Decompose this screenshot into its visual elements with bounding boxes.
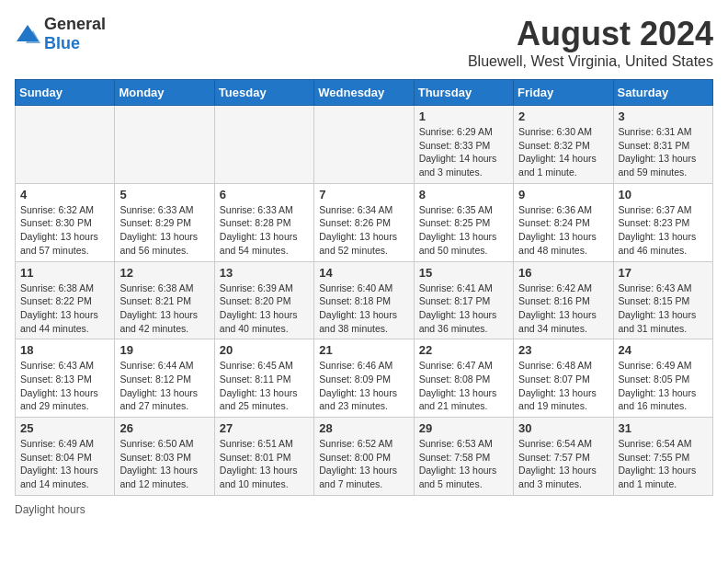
day-info: Sunrise: 6:54 AM Sunset: 7:57 PM Dayligh… [518,437,608,491]
day-number: 22 [419,343,508,357]
logo-blue: Blue [44,34,80,52]
day-number: 27 [220,421,309,435]
subtitle: Bluewell, West Virginia, United States [468,53,713,70]
header-day: Saturday [613,80,712,106]
calendar-cell: 11Sunrise: 6:38 AM Sunset: 8:22 PM Dayli… [16,261,115,339]
calendar-cell: 10Sunrise: 6:37 AM Sunset: 8:23 PM Dayli… [613,183,712,261]
header-day: Tuesday [214,80,313,106]
day-info: Sunrise: 6:53 AM Sunset: 7:58 PM Dayligh… [419,437,508,491]
calendar-cell: 3Sunrise: 6:31 AM Sunset: 8:31 PM Daylig… [613,106,712,184]
day-number: 6 [220,188,309,201]
logo: General Blue [15,15,106,53]
day-info: Sunrise: 6:35 AM Sunset: 8:25 PM Dayligh… [419,203,508,258]
day-info: Sunrise: 6:33 AM Sunset: 8:29 PM Dayligh… [119,203,209,258]
day-info: Sunrise: 6:40 AM Sunset: 8:18 PM Dayligh… [319,282,408,336]
calendar-cell [115,106,214,184]
day-info: Sunrise: 6:34 AM Sunset: 8:26 PM Dayligh… [319,203,408,258]
day-info: Sunrise: 6:37 AM Sunset: 8:23 PM Dayligh… [619,203,708,258]
day-info: Sunrise: 6:51 AM Sunset: 8:01 PM Dayligh… [220,437,309,491]
calendar-cell: 31Sunrise: 6:54 AM Sunset: 7:55 PM Dayli… [613,418,712,496]
calendar-cell [16,106,115,184]
day-info: Sunrise: 6:38 AM Sunset: 8:21 PM Dayligh… [119,282,209,336]
day-number: 13 [220,266,309,280]
logo-general: General [44,15,106,33]
header-row: SundayMondayTuesdayWednesdayThursdayFrid… [16,80,713,106]
calendar-cell: 9Sunrise: 6:36 AM Sunset: 8:24 PM Daylig… [514,183,613,261]
day-number: 31 [619,421,708,435]
header-day: Wednesday [314,80,414,106]
calendar-header: SundayMondayTuesdayWednesdayThursdayFrid… [16,80,713,106]
header-day: Sunday [16,80,115,106]
day-info: Sunrise: 6:42 AM Sunset: 8:16 PM Dayligh… [518,282,608,336]
footer-note: Daylight hours [15,503,713,516]
calendar-cell: 19Sunrise: 6:44 AM Sunset: 8:12 PM Dayli… [115,339,214,418]
calendar-cell: 28Sunrise: 6:52 AM Sunset: 8:00 PM Dayli… [314,418,414,496]
calendar-cell: 21Sunrise: 6:46 AM Sunset: 8:09 PM Dayli… [314,339,414,418]
day-number: 7 [319,188,408,201]
calendar-cell: 24Sunrise: 6:49 AM Sunset: 8:05 PM Dayli… [613,339,712,418]
title-area: August 2024 Bluewell, West Virginia, Uni… [468,15,713,70]
calendar-week-row: 4Sunrise: 6:32 AM Sunset: 8:30 PM Daylig… [16,183,713,261]
main-title: August 2024 [468,15,713,53]
calendar-cell: 15Sunrise: 6:41 AM Sunset: 8:17 PM Dayli… [414,261,513,339]
calendar-cell: 25Sunrise: 6:49 AM Sunset: 8:04 PM Dayli… [16,418,115,496]
day-info: Sunrise: 6:41 AM Sunset: 8:17 PM Dayligh… [419,282,508,336]
day-info: Sunrise: 6:46 AM Sunset: 8:09 PM Dayligh… [319,359,408,413]
calendar-cell: 2Sunrise: 6:30 AM Sunset: 8:32 PM Daylig… [514,106,613,184]
day-number: 23 [518,343,608,357]
calendar-cell: 14Sunrise: 6:40 AM Sunset: 8:18 PM Dayli… [314,261,414,339]
day-number: 8 [419,188,508,201]
calendar-week-row: 1Sunrise: 6:29 AM Sunset: 8:33 PM Daylig… [16,106,713,184]
calendar-week-row: 11Sunrise: 6:38 AM Sunset: 8:22 PM Dayli… [16,261,713,339]
day-info: Sunrise: 6:52 AM Sunset: 8:00 PM Dayligh… [319,437,408,491]
day-number: 15 [419,266,508,280]
day-number: 18 [20,343,109,357]
day-number: 24 [619,343,708,357]
day-info: Sunrise: 6:30 AM Sunset: 8:32 PM Dayligh… [518,125,608,179]
header-day: Monday [115,80,214,106]
day-info: Sunrise: 6:43 AM Sunset: 8:15 PM Dayligh… [619,282,708,336]
calendar-cell: 4Sunrise: 6:32 AM Sunset: 8:30 PM Daylig… [16,183,115,261]
calendar-cell [314,106,414,184]
day-number: 4 [20,188,109,201]
calendar-cell: 12Sunrise: 6:38 AM Sunset: 8:21 PM Dayli… [115,261,214,339]
day-number: 12 [119,266,209,280]
day-number: 30 [518,421,608,435]
day-info: Sunrise: 6:47 AM Sunset: 8:08 PM Dayligh… [419,359,508,413]
calendar-cell: 29Sunrise: 6:53 AM Sunset: 7:58 PM Dayli… [414,418,513,496]
calendar-table: SundayMondayTuesdayWednesdayThursdayFrid… [15,79,713,496]
day-number: 3 [619,109,708,123]
calendar-cell: 27Sunrise: 6:51 AM Sunset: 8:01 PM Dayli… [214,418,313,496]
day-info: Sunrise: 6:49 AM Sunset: 8:04 PM Dayligh… [20,437,109,491]
calendar-cell: 7Sunrise: 6:34 AM Sunset: 8:26 PM Daylig… [314,183,414,261]
day-info: Sunrise: 6:32 AM Sunset: 8:30 PM Dayligh… [20,203,109,258]
day-info: Sunrise: 6:45 AM Sunset: 8:11 PM Dayligh… [220,359,309,413]
calendar-cell: 26Sunrise: 6:50 AM Sunset: 8:03 PM Dayli… [115,418,214,496]
day-info: Sunrise: 6:36 AM Sunset: 8:24 PM Dayligh… [518,203,608,258]
logo-text: General Blue [44,15,106,53]
calendar-cell [214,106,313,184]
day-number: 17 [619,266,708,280]
logo-icon [15,23,40,45]
day-number: 11 [20,266,109,280]
calendar-cell: 6Sunrise: 6:33 AM Sunset: 8:28 PM Daylig… [214,183,313,261]
calendar-week-row: 25Sunrise: 6:49 AM Sunset: 8:04 PM Dayli… [16,418,713,496]
calendar-cell: 5Sunrise: 6:33 AM Sunset: 8:29 PM Daylig… [115,183,214,261]
day-info: Sunrise: 6:43 AM Sunset: 8:13 PM Dayligh… [20,359,109,413]
day-number: 25 [20,421,109,435]
header: General Blue August 2024 Bluewell, West … [15,15,713,70]
day-number: 26 [119,421,209,435]
day-info: Sunrise: 6:48 AM Sunset: 8:07 PM Dayligh… [518,359,608,413]
day-info: Sunrise: 6:31 AM Sunset: 8:31 PM Dayligh… [619,125,708,179]
day-number: 16 [518,266,608,280]
day-info: Sunrise: 6:38 AM Sunset: 8:22 PM Dayligh… [20,282,109,336]
calendar-cell: 22Sunrise: 6:47 AM Sunset: 8:08 PM Dayli… [414,339,513,418]
footer-text: Daylight hours [15,503,85,516]
day-info: Sunrise: 6:29 AM Sunset: 8:33 PM Dayligh… [419,125,508,179]
day-info: Sunrise: 6:39 AM Sunset: 8:20 PM Dayligh… [220,282,309,336]
day-number: 9 [518,188,608,201]
header-day: Friday [514,80,613,106]
calendar-cell: 17Sunrise: 6:43 AM Sunset: 8:15 PM Dayli… [613,261,712,339]
calendar-cell: 8Sunrise: 6:35 AM Sunset: 8:25 PM Daylig… [414,183,513,261]
day-number: 14 [319,266,408,280]
